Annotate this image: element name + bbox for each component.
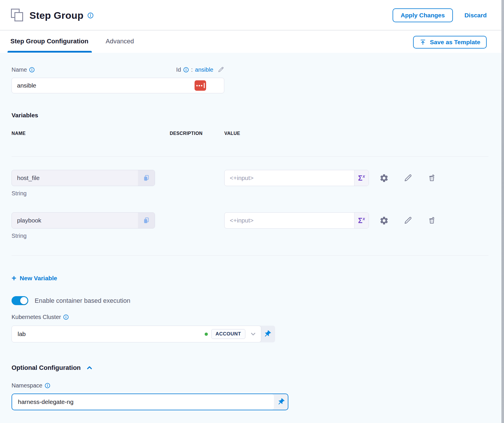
id-line: Id : ansible xyxy=(176,66,224,73)
container-execution-label: Enable container based execution xyxy=(35,297,130,305)
name-id-row: Name Id : ansible xyxy=(12,66,224,73)
variable-name-text: host_file xyxy=(12,170,138,186)
copy-icon[interactable] xyxy=(138,213,155,228)
id-label: Id xyxy=(176,66,181,73)
gear-icon xyxy=(379,216,389,225)
apply-changes-button[interactable]: Apply Changes xyxy=(393,8,453,22)
step-group-configuration-form: Name Id : ansible xyxy=(0,53,504,423)
column-header-description: DESCRIPTION xyxy=(170,131,224,136)
namespace-label-group: Namespace xyxy=(12,382,50,389)
name-info-icon[interactable] xyxy=(29,67,35,73)
name-input[interactable] xyxy=(12,78,195,93)
kubernetes-cluster-widget: ACCOUNT xyxy=(12,326,275,342)
variable-value-cell: Σx xyxy=(224,170,488,186)
trash-icon xyxy=(428,174,436,182)
title-info-icon[interactable] xyxy=(87,12,94,18)
namespace-label: Namespace xyxy=(12,382,42,389)
kubernetes-cluster-label-group: Kubernetes Cluster xyxy=(12,314,69,320)
namespace-widget xyxy=(12,394,288,410)
connector-status-dot xyxy=(205,333,208,336)
variable-settings-button[interactable] xyxy=(379,173,389,183)
variable-name-text: playbook xyxy=(12,213,138,228)
id-value: ansible xyxy=(195,66,213,73)
id-colon: : xyxy=(191,66,193,73)
password-manager-icon[interactable] xyxy=(195,80,206,91)
name-input-widget xyxy=(12,78,224,93)
plus-icon: + xyxy=(12,274,16,282)
header-actions: Apply Changes Discard xyxy=(393,8,487,22)
variable-value-input[interactable] xyxy=(225,213,354,228)
pin-icon xyxy=(262,328,273,340)
trash-icon xyxy=(428,216,436,225)
optional-configuration-header[interactable]: Optional Configuration xyxy=(12,364,488,372)
kubernetes-cluster-select[interactable]: ACCOUNT xyxy=(12,326,261,342)
chevron-down-icon[interactable] xyxy=(249,330,257,338)
table-divider-top xyxy=(12,156,488,157)
edit-variable-button[interactable] xyxy=(403,216,412,225)
name-label-group: Name xyxy=(12,66,35,73)
pin-icon xyxy=(275,396,287,408)
panel-header: Step Group Apply Changes Discard xyxy=(0,0,504,30)
expression-sigma-icon[interactable]: Σx xyxy=(354,213,369,228)
kubernetes-cluster-label: Kubernetes Cluster xyxy=(12,314,61,320)
container-execution-toggle[interactable] xyxy=(12,296,28,305)
delete-variable-button[interactable] xyxy=(428,174,436,182)
variable-settings-button[interactable] xyxy=(379,216,389,225)
namespace-input[interactable] xyxy=(12,398,274,405)
save-as-template-button[interactable]: Save as Template xyxy=(413,36,487,49)
discard-button[interactable]: Discard xyxy=(464,12,487,19)
id-info-icon[interactable] xyxy=(183,67,189,73)
panel-edge xyxy=(501,0,504,423)
kubernetes-cluster-info-icon[interactable] xyxy=(63,314,69,320)
variable-name-widget: host_file xyxy=(12,170,155,186)
step-group-panel: Step Group Apply Changes Discard Step Gr… xyxy=(0,0,504,423)
variables-header-row: NAME DESCRIPTION VALUE xyxy=(12,131,488,136)
variable-value-input[interactable] xyxy=(225,170,354,186)
edit-id-icon[interactable] xyxy=(217,66,224,73)
variable-row-host-file: host_file String Σx xyxy=(12,170,488,197)
expression-sigma-icon[interactable]: Σx xyxy=(354,170,369,186)
chevron-up-icon xyxy=(85,364,94,372)
variable-name-widget: playbook xyxy=(12,212,155,229)
pencil-icon xyxy=(403,173,412,183)
pin-namespace-section[interactable] xyxy=(274,394,288,410)
copy-icon[interactable] xyxy=(138,170,155,186)
tab-advanced[interactable]: Advanced xyxy=(106,35,134,53)
variable-row-playbook: playbook String Σx xyxy=(12,212,488,239)
pencil-icon xyxy=(403,216,412,225)
variables-section-title: Variables xyxy=(12,112,488,119)
variable-value-widget: Σx xyxy=(224,170,369,186)
tab-bar: Step Group Configuration Advanced Save a… xyxy=(0,30,504,53)
variable-type-label: String xyxy=(12,233,170,239)
variable-value-cell: Σx xyxy=(224,212,488,229)
variable-type-label: String xyxy=(12,190,170,197)
scope-badge: ACCOUNT xyxy=(211,329,246,339)
kubernetes-cluster-input[interactable] xyxy=(12,331,205,337)
upload-icon xyxy=(419,39,426,46)
gear-icon xyxy=(379,173,389,183)
new-variable-button[interactable]: + New Variable xyxy=(12,274,57,282)
optional-configuration-title: Optional Configuration xyxy=(12,364,81,372)
column-header-value: VALUE xyxy=(224,131,488,136)
edit-variable-button[interactable] xyxy=(403,173,412,183)
variable-value-widget: Σx xyxy=(224,212,369,229)
header-title-group: Step Group xyxy=(10,8,94,23)
tab-step-group-configuration[interactable]: Step Group Configuration xyxy=(10,35,88,53)
column-header-name: NAME xyxy=(12,131,170,136)
delete-variable-button[interactable] xyxy=(428,216,436,225)
step-group-icon xyxy=(10,8,25,23)
namespace-info-icon[interactable] xyxy=(45,383,50,388)
page-title: Step Group xyxy=(29,10,83,21)
container-execution-row: Enable container based execution xyxy=(12,296,488,305)
name-label: Name xyxy=(12,66,27,73)
